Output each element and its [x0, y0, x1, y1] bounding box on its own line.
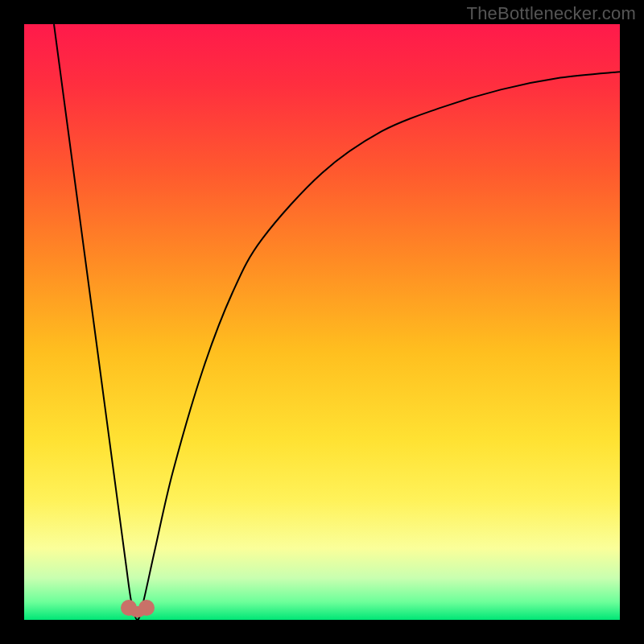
- bottleneck-curve: [24, 24, 620, 620]
- watermark-text: TheBottlenecker.com: [467, 3, 636, 24]
- plot-area: [24, 24, 620, 620]
- chart-frame: TheBottlenecker.com: [0, 0, 644, 644]
